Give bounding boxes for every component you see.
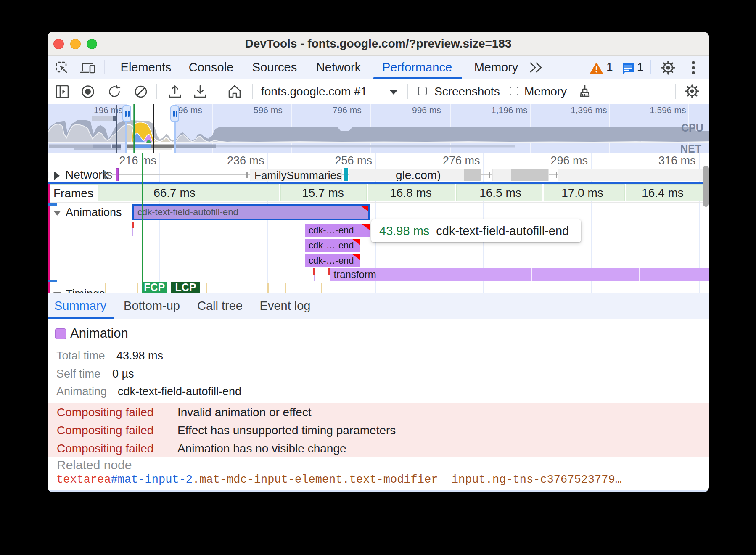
overview-load-marker xyxy=(153,104,154,153)
capture-settings-gear-icon[interactable] xyxy=(685,84,699,98)
network-request-teal[interactable] xyxy=(344,168,348,181)
network-request-chip[interactable]: FamilySummaries xyxy=(250,169,342,181)
tab-sources[interactable]: Sources xyxy=(252,56,297,79)
purple-tick-2 xyxy=(314,275,315,281)
kebab-menu-icon[interactable] xyxy=(690,61,697,75)
frame-duration: 15.7 ms xyxy=(302,184,344,201)
overview-time-label: 196 ms xyxy=(94,105,123,115)
gridline-overlay xyxy=(639,268,640,281)
ruler-label: 316 ms xyxy=(658,155,696,166)
selection-right-handle[interactable] xyxy=(170,105,179,122)
tab-call-tree[interactable]: Call tree xyxy=(197,293,243,319)
timing-tick xyxy=(206,283,207,293)
ruler-label: 296 ms xyxy=(550,155,588,166)
toolbar-separator-4 xyxy=(407,84,408,99)
issues-message-icon[interactable] xyxy=(622,63,634,75)
lcp-badge[interactable]: LCP xyxy=(171,282,200,293)
performance-toolbar: fonts.google.com #1 Screenshots Memory xyxy=(48,79,709,104)
toolbar-separator-3 xyxy=(252,84,253,99)
gridline-overlay xyxy=(531,268,532,281)
devtools-tabbar: Elements Console Sources Network Perform… xyxy=(48,56,709,79)
tab-bottom-up[interactable]: Bottom-up xyxy=(124,293,180,319)
frame-duration: 16.5 ms xyxy=(479,184,521,201)
collect-garbage-icon[interactable] xyxy=(578,85,592,99)
timing-tick xyxy=(137,283,138,293)
target-dropdown-icon[interactable] xyxy=(389,90,398,95)
network-track-label[interactable]: Network xyxy=(48,168,112,182)
request-fill-segment xyxy=(511,169,549,181)
home-icon[interactable] xyxy=(227,84,242,99)
overview-time-label: 1,596 ms xyxy=(650,105,686,115)
animation-bar-2[interactable]: cdk-…-end xyxy=(305,224,370,237)
tab-network[interactable]: Network xyxy=(316,56,361,79)
tab-event-log[interactable]: Event log xyxy=(260,293,311,319)
tab-elements[interactable]: Elements xyxy=(121,56,172,79)
network-request-chip-3[interactable] xyxy=(492,169,549,181)
tab-console[interactable]: Console xyxy=(189,56,233,79)
network-disclosure-icon[interactable] xyxy=(54,172,60,180)
settings-gear-icon[interactable] xyxy=(661,61,675,75)
screenshots-checkbox[interactable] xyxy=(418,87,427,95)
animation-bar-4[interactable]: cdk-…-end xyxy=(305,254,360,267)
network-request-chip-4[interactable] xyxy=(558,169,709,181)
summary-row: Total time 43.98 ms xyxy=(48,347,709,365)
vertical-scrollbar[interactable] xyxy=(703,166,709,207)
timings-track-label[interactable]: Timings xyxy=(53,288,105,293)
record-icon[interactable] xyxy=(81,85,95,99)
request-whisker xyxy=(246,172,248,178)
memory-label[interactable]: Memory xyxy=(524,79,567,104)
download-profile-icon[interactable] xyxy=(193,85,208,99)
flame-chart[interactable]: 216 ms 236 ms 256 ms 276 ms 296 ms 316 m… xyxy=(48,153,709,293)
purple-tick xyxy=(132,228,133,236)
inspect-element-icon[interactable] xyxy=(54,60,69,75)
window-bottom-bar xyxy=(48,490,709,492)
related-node-label: Related node xyxy=(57,457,132,473)
summary-heading: Animation xyxy=(70,325,128,342)
summary-pane: Animation Total time 43.98 ms Self time … xyxy=(48,319,709,490)
tab-memory[interactable]: Memory xyxy=(474,56,518,79)
animations-track-label[interactable]: Animations xyxy=(53,206,122,219)
more-tabs-icon[interactable] xyxy=(528,61,545,74)
devtools-window: DevTools - fonts.google.com/?preview.siz… xyxy=(48,32,709,492)
clear-icon[interactable] xyxy=(134,85,148,99)
titlebar: DevTools - fonts.google.com/?preview.siz… xyxy=(48,32,709,56)
track-boundary-tick xyxy=(48,204,57,206)
overview-time-label: 996 ms xyxy=(412,105,441,115)
screenshots-label[interactable]: Screenshots xyxy=(434,79,500,104)
frames-track-label[interactable]: Frames xyxy=(49,185,98,201)
toggle-sidebar-icon[interactable] xyxy=(55,85,69,99)
target-select[interactable]: fonts.google.com #1 xyxy=(261,79,367,104)
animation-bar-selected[interactable]: cdk-text-field-autofill-end xyxy=(132,204,370,220)
warning-icon[interactable] xyxy=(590,63,603,74)
overview-time-label: 796 ms xyxy=(333,105,362,115)
tab-performance[interactable]: Performance xyxy=(382,56,452,79)
network-request-chip-2[interactable]: gle.com) xyxy=(349,169,481,181)
fcp-badge[interactable]: FCP xyxy=(142,282,168,293)
animations-disclosure-icon[interactable] xyxy=(53,211,61,216)
network-request-purple[interactable] xyxy=(116,168,119,181)
details-tabbar: Summary Bottom-up Call tree Event log xyxy=(48,293,709,319)
toolbar-separator-1 xyxy=(156,84,157,99)
animation-bar-3[interactable]: cdk-…-end xyxy=(305,239,360,252)
right-handle-stem xyxy=(174,122,176,153)
timeline-overview[interactable]: 196 ms 396 ms 596 ms 796 ms 996 ms 1,196… xyxy=(48,104,709,153)
timing-tick xyxy=(321,283,322,293)
red-tick-2 xyxy=(313,268,315,275)
timing-tick xyxy=(267,283,269,293)
selection-left-handle[interactable] xyxy=(122,105,131,122)
network-track[interactable]: Network ts FamilySummaries gle.com) xyxy=(48,167,709,182)
related-node-link[interactable]: textarea#mat-input-2.mat-mdc-input-eleme… xyxy=(56,473,622,487)
track-accent-strip xyxy=(48,184,50,293)
warning-row: Compositing failed Effect has unsupporte… xyxy=(48,421,709,439)
overview-cpu-chart xyxy=(48,104,709,153)
reload-icon[interactable] xyxy=(107,85,122,99)
transform-animation-bar[interactable]: transform xyxy=(330,268,709,281)
memory-checkbox[interactable] xyxy=(510,87,518,95)
frames-track[interactable]: 66.7 ms 15.7 ms 16.8 ms 16.5 ms 17.0 ms … xyxy=(48,184,709,202)
device-toolbar-icon[interactable] xyxy=(79,60,96,75)
compositing-failed-corner xyxy=(361,206,368,211)
request-fill-segment xyxy=(464,169,481,181)
tab-summary[interactable]: Summary xyxy=(54,293,106,319)
frame-duration: 16.8 ms xyxy=(390,184,432,201)
upload-profile-icon[interactable] xyxy=(167,85,182,99)
